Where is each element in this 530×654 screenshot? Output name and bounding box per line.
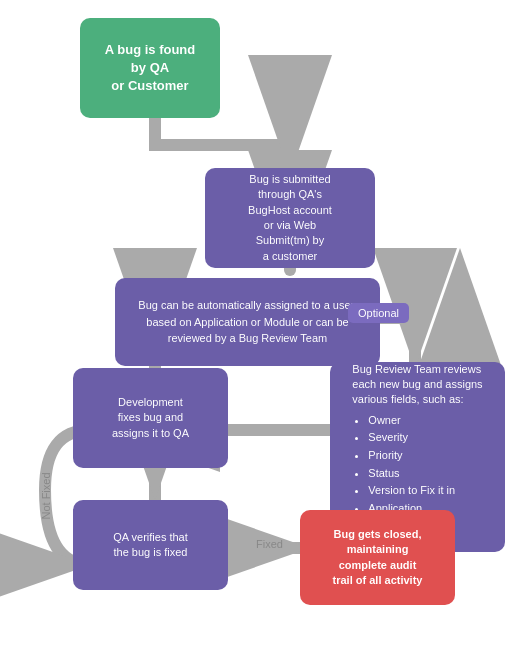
qa-customer-text: A bug is found by QA or Customer xyxy=(105,41,196,96)
qa-verify-text: QA verifies that the bug is fixed xyxy=(113,530,188,561)
optional-label: Optional xyxy=(348,303,409,323)
qa-customer-box: A bug is found by QA or Customer xyxy=(80,18,220,118)
list-item: Status xyxy=(368,465,482,483)
assign-box: Bug can be automatically assigned to a u… xyxy=(115,278,380,366)
list-item: Priority xyxy=(368,447,482,465)
qa-verify-box: QA verifies that the bug is fixed xyxy=(73,500,228,590)
submit-text: Bug is submitted through QA's BugHost ac… xyxy=(248,172,332,264)
assign-text: Bug can be automatically assigned to a u… xyxy=(123,297,372,347)
development-box: Development fixes bug and assigns it to … xyxy=(73,368,228,468)
list-item: Version to Fix it in xyxy=(368,482,482,500)
closed-text: Bug gets closed, maintaining complete au… xyxy=(333,527,423,589)
list-item: Owner xyxy=(368,412,482,430)
diagram: A bug is found by QA or Customer Bug is … xyxy=(0,0,530,654)
closed-box: Bug gets closed, maintaining complete au… xyxy=(300,510,455,605)
development-text: Development fixes bug and assigns it to … xyxy=(112,395,189,441)
fixed-label: Fixed xyxy=(256,538,283,550)
not-fixed-label: Not Fixed xyxy=(40,472,52,519)
submit-box: Bug is submitted through QA's BugHost ac… xyxy=(205,168,375,268)
review-team-title: Bug Review Team reviewseach new bug and … xyxy=(352,362,482,408)
list-item: Severity xyxy=(368,429,482,447)
